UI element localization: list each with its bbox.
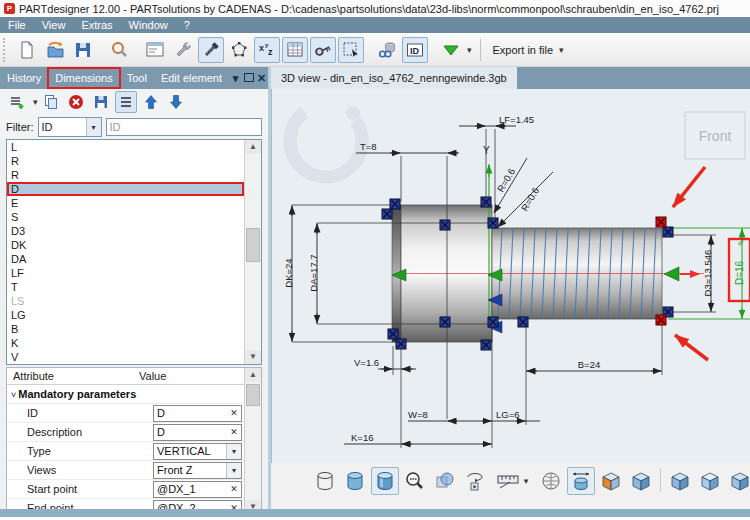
copy-icon[interactable]: [40, 91, 62, 113]
mesh-view-icon[interactable]: [537, 467, 565, 495]
collapse-chevron-icon[interactable]: ˅: [11, 390, 16, 400]
tab-tool[interactable]: Tool: [120, 68, 154, 88]
value-table-icon[interactable]: [282, 37, 308, 63]
menu-file[interactable]: File: [0, 17, 34, 33]
transparency-icon[interactable]: [431, 467, 459, 495]
list-item[interactable]: V: [7, 350, 244, 364]
filter-input[interactable]: [106, 118, 263, 136]
app-icon: P: [4, 3, 15, 14]
svg-text:x: x: [259, 43, 264, 53]
dropdown-caret-icon[interactable]: ▾: [226, 463, 241, 478]
cylinder-wireframe-icon[interactable]: [311, 467, 339, 495]
list-item[interactable]: DA: [7, 252, 244, 266]
tab-history[interactable]: History: [0, 68, 48, 88]
list-scrollbar[interactable]: ▲ ▼: [244, 140, 261, 364]
list-item[interactable]: R: [7, 168, 244, 182]
zoom-select-icon[interactable]: [401, 467, 429, 495]
list-item[interactable]: K: [7, 336, 244, 350]
panel-close-icon[interactable]: ✕: [255, 72, 268, 85]
green-dropdown-icon[interactable]: [438, 37, 464, 63]
scroll-thumb[interactable]: [246, 228, 260, 262]
list-item[interactable]: D3: [7, 224, 244, 238]
menu-add-icon[interactable]: [6, 91, 28, 113]
menu-extras[interactable]: Extras: [73, 17, 120, 33]
id-tool-icon[interactable]: ID: [402, 37, 428, 63]
delete-icon[interactable]: [65, 91, 87, 113]
scroll-up-icon[interactable]: ▲: [245, 140, 261, 154]
list-item[interactable]: E: [7, 196, 244, 210]
menu-view[interactable]: View: [34, 17, 74, 33]
move-up-icon[interactable]: [140, 91, 162, 113]
attr-value-views[interactable]: Front Z▾: [153, 462, 242, 479]
attr-name: Description: [7, 426, 153, 438]
list-item[interactable]: R: [7, 154, 244, 168]
panel-maximize-icon[interactable]: [242, 72, 255, 84]
list-item[interactable]: LG: [7, 308, 244, 322]
new-document-icon[interactable]: [14, 37, 40, 63]
window-frame: [0, 509, 750, 520]
menu-add-caret-icon[interactable]: ▾: [33, 97, 38, 107]
list-item[interactable]: S: [7, 210, 244, 224]
cube-solid-icon[interactable]: [627, 467, 655, 495]
clear-icon[interactable]: ✕: [227, 427, 241, 437]
drawing-canvas[interactable]: Front: [272, 89, 750, 463]
list-item[interactable]: L: [7, 140, 244, 154]
filter-field-select[interactable]: ID ▾: [38, 117, 102, 137]
list-item[interactable]: LF: [7, 266, 244, 280]
clear-icon[interactable]: ✕: [227, 408, 241, 418]
attr-group-row[interactable]: ˅Mandatory parameters: [7, 388, 136, 400]
tab-edit-element[interactable]: Edit element: [154, 68, 229, 88]
tab-dimensions[interactable]: Dimensions: [48, 68, 119, 88]
dropdown-caret-icon[interactable]: ▾: [226, 444, 241, 459]
save-icon[interactable]: [70, 37, 96, 63]
cube-face-icon[interactable]: [597, 467, 625, 495]
view3d-tabbar: 3D view - din_en_iso_4762_nenngewinde.3g…: [271, 67, 750, 89]
export-in-file-button[interactable]: Export in file ▾: [487, 42, 572, 58]
save-dimension-icon[interactable]: [90, 91, 112, 113]
attr-value-description[interactable]: D✕: [153, 424, 242, 441]
attr-value-type[interactable]: VERTICAL▾: [153, 443, 242, 460]
wrench-icon[interactable]: [170, 37, 196, 63]
menu-help[interactable]: ?: [176, 17, 198, 33]
sketch-icon[interactable]: [226, 37, 252, 63]
xyz-variables-icon[interactable]: xyz: [254, 37, 280, 63]
list-item[interactable]: T: [7, 280, 244, 294]
green-dropdown-caret-icon[interactable]: ▾: [467, 45, 472, 55]
drawing-area: Front: [271, 89, 750, 463]
menu-window[interactable]: Window: [121, 17, 176, 33]
screw-icon[interactable]: [198, 37, 224, 63]
list-view-icon[interactable]: [115, 91, 137, 113]
key-icon[interactable]: [310, 37, 336, 63]
view-cube-1-icon[interactable]: [666, 467, 694, 495]
view-cube-3-icon[interactable]: [726, 467, 750, 495]
list-item[interactable]: B: [7, 322, 244, 336]
toolbar-separator: [660, 468, 661, 492]
scroll-thumb[interactable]: [246, 384, 260, 406]
left-panel-tabbar: History Dimensions Tool Edit element ▾ ✕: [0, 67, 268, 89]
assembly-search-icon[interactable]: [374, 37, 400, 63]
rotate-view-icon[interactable]: [461, 467, 489, 495]
cylinder-measure-icon[interactable]: [567, 467, 595, 495]
scroll-down-icon[interactable]: ▼: [245, 350, 261, 364]
measure-dropdown[interactable]: ▾: [491, 467, 535, 495]
move-down-icon[interactable]: [165, 91, 187, 113]
open-file-icon[interactable]: [42, 37, 68, 63]
filter-field-caret-icon[interactable]: ▾: [86, 118, 101, 136]
tab-3d-view[interactable]: 3D view - din_en_iso_4762_nenngewinde.3g…: [271, 67, 517, 89]
cylinder-flat-icon[interactable]: [341, 467, 369, 495]
scroll-up-icon[interactable]: ▲: [245, 368, 261, 382]
list-item[interactable]: DK: [7, 238, 244, 252]
search-icon[interactable]: [106, 37, 132, 63]
view-cube-2-icon[interactable]: [696, 467, 724, 495]
attr-scrollbar[interactable]: ▲ ▼: [244, 368, 261, 514]
clear-icon[interactable]: ✕: [227, 484, 241, 494]
view3d-toolbar: ▾ »: [271, 463, 750, 513]
measure-caret-icon[interactable]: ▾: [524, 476, 529, 486]
selection-frame-icon[interactable]: [338, 37, 364, 63]
panel-menu-icon[interactable]: ▾: [229, 72, 242, 85]
attr-value-id[interactable]: D✕: [153, 405, 242, 422]
attr-value-start-point[interactable]: @DX_1✕: [153, 481, 242, 498]
cylinder-shaded-icon[interactable]: [371, 467, 399, 495]
tree-view-icon[interactable]: [142, 37, 168, 63]
list-item-selected[interactable]: D: [7, 182, 244, 196]
